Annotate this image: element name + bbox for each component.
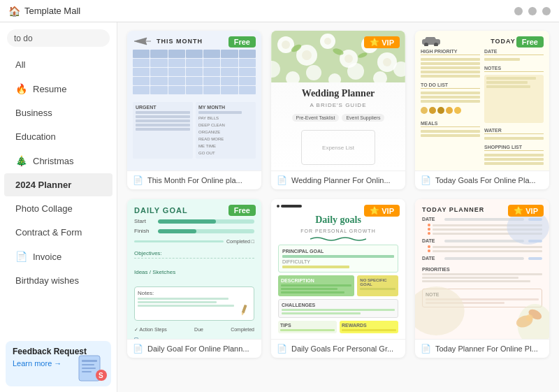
sidebar-item-label: All: [15, 59, 25, 70]
svg-rect-4: [82, 371, 92, 372]
svg-rect-2: [82, 364, 94, 365]
sidebar-item-label: Christmas: [33, 156, 74, 166]
template-card-today-goals[interactable]: Free TODAY GOALS HIGH PRIORITY: [415, 31, 549, 189]
feedback-learn-more[interactable]: Learn more →: [13, 359, 61, 368]
sidebar-item-education[interactable]: Education: [4, 125, 112, 148]
doc-icon: 📄: [133, 175, 143, 185]
doc-icon: 📄: [277, 175, 287, 185]
invoice-icon: 📄: [15, 251, 27, 262]
doc-icon: 📄: [133, 344, 143, 354]
minimize-button[interactable]: ─: [514, 7, 523, 15]
template-card-wedding[interactable]: ⭐ VIP: [271, 31, 405, 189]
app-icon: 🏠: [8, 6, 20, 17]
card-footer-daily-goal: 📄 Daily Goal For Online Plann...: [127, 339, 261, 358]
feedback-box[interactable]: Feedback Request Learn more → S: [6, 341, 111, 386]
svg-point-41: [527, 307, 544, 321]
svg-point-20: [383, 58, 391, 66]
sidebar-item-label: Resume: [33, 84, 66, 94]
doc-icon: 📄: [277, 344, 287, 354]
title-bar-left: 🏠 Template Mall: [8, 6, 80, 17]
card-title-today-planner: Today Planner For Online Pl...: [435, 344, 538, 353]
car-icon: [421, 36, 442, 46]
app-title: Template Mall: [24, 6, 80, 16]
card-footer-this-month: 📄 This Month For Online pla...: [127, 170, 261, 189]
badge-vip-planner: ⭐ VIP: [508, 205, 544, 217]
pencil-icon: [237, 303, 251, 317]
card-title-daily-goals-vip: Daily Goals For Personal Gr...: [291, 344, 393, 353]
christmas-icon: 🎄: [15, 155, 27, 166]
search-bar[interactable]: 🔍: [7, 29, 110, 47]
app-body: 🔍 All 🔥 Resume Business Education 🎄 Chri…: [0, 22, 559, 392]
svg-point-14: [324, 38, 331, 45]
badge-free-daily: Free: [228, 205, 256, 216]
svg-point-16: [344, 55, 353, 63]
sidebar-nav: All 🔥 Resume Business Education 🎄 Christ…: [0, 52, 117, 335]
sidebar-item-contract-form[interactable]: Contract & Form: [4, 221, 112, 244]
template-card-today-planner[interactable]: ⭐ VIP TODAY PLANNE: [415, 199, 549, 358]
card-title-daily-goal: Daily Goal For Online Plann...: [147, 344, 249, 353]
sidebar-item-invoice[interactable]: 📄 Invoice: [4, 245, 112, 268]
doc-icon: 📄: [421, 344, 431, 354]
svg-point-10: [282, 41, 290, 49]
fire-icon: 🔥: [15, 83, 27, 94]
badge-free-goals: Free: [516, 36, 544, 48]
search-input[interactable]: [14, 34, 119, 43]
card-thumb-today-planner: ⭐ VIP TODAY PLANNE: [415, 199, 549, 339]
card-title-today-goals: Today Goals For Online Pla...: [435, 176, 536, 184]
card-thumb-today-goals: Free TODAY GOALS HIGH PRIORITY: [415, 31, 549, 170]
template-card-daily-goals-vip[interactable]: ⭐ VIP Daily goals FOR PERSONAL GROWTH: [271, 199, 405, 358]
sidebar-item-birthday-wishes[interactable]: Birthday wishes: [4, 269, 112, 292]
svg-rect-1: [82, 360, 97, 362]
svg-point-40: [514, 313, 534, 329]
maximize-button[interactable]: □: [528, 7, 537, 15]
sidebar-item-label: Photo Collage: [15, 203, 73, 214]
close-button[interactable]: ✕: [542, 7, 551, 15]
card-thumb-wedding: ⭐ VIP: [271, 31, 405, 170]
svg-text:S: S: [99, 372, 103, 379]
doc-icon: 📄: [421, 175, 431, 185]
card-thumb-daily-goals-vip: ⭐ VIP Daily goals FOR PERSONAL GROWTH: [271, 199, 405, 339]
sidebar-item-all[interactable]: All: [4, 53, 112, 76]
badge-vip: ⭐ VIP: [364, 36, 400, 48]
feedback-illustration: S: [78, 353, 107, 384]
sidebar-item-photo-collage[interactable]: Photo Collage: [4, 197, 112, 220]
svg-marker-34: [425, 37, 436, 39]
svg-point-39: [518, 304, 549, 339]
template-card-this-month[interactable]: Free THIS MONTH: [127, 31, 261, 189]
calendar-grid: [133, 50, 256, 94]
badge-vip-daily: ⭐ VIP: [364, 205, 400, 217]
svg-point-42: [526, 314, 533, 321]
sidebar-item-label: Birthday wishes: [15, 275, 79, 286]
svg-rect-3: [82, 368, 96, 369]
sidebar-item-label: Business: [15, 108, 52, 118]
sidebar-item-label: Education: [15, 131, 56, 142]
template-grid: Free THIS MONTH: [127, 31, 549, 358]
sidebar-item-label: Invoice: [33, 252, 61, 262]
main-content: Free THIS MONTH: [117, 22, 559, 392]
wave-decoration: [310, 236, 366, 242]
svg-rect-35: [242, 305, 247, 314]
badge-free: Free: [228, 36, 256, 48]
sidebar-item-resume[interactable]: 🔥 Resume: [4, 77, 112, 101]
sidebar-item-business[interactable]: Business: [4, 101, 112, 124]
sidebar-item-2024-planner[interactable]: 2024 Planner: [4, 173, 112, 196]
card-title-wedding: Wedding Planner For Onlin...: [291, 176, 391, 184]
wedding-center: Wedding Planner A BRIDE'S GUIDE Pre-Even…: [286, 82, 391, 170]
svg-point-25: [347, 63, 364, 80]
plane-icon: [133, 36, 152, 46]
template-card-daily-goal[interactable]: Free DAILY GOAL Start Finish: [127, 199, 261, 358]
svg-point-23: [306, 65, 321, 80]
card-footer-today-goals: 📄 Today Goals For Online Pla...: [415, 170, 549, 189]
card-thumb-daily-goal: Free DAILY GOAL Start Finish: [127, 199, 261, 339]
sidebar-item-label: Contract & Form: [15, 227, 82, 238]
window-controls: ─ □ ✕: [514, 7, 551, 15]
card-thumb-this-month: Free THIS MONTH: [127, 31, 261, 170]
card-title-this-month: This Month For Online pla...: [147, 176, 242, 184]
sidebar-item-label: 2024 Planner: [15, 180, 71, 190]
sidebar: 🔍 All 🔥 Resume Business Education 🎄 Chri…: [0, 22, 117, 392]
card-footer-wedding: 📄 Wedding Planner For Onlin...: [271, 170, 405, 189]
card-footer-daily-goals-vip: 📄 Daily Goals For Personal Gr...: [271, 339, 405, 358]
title-bar: 🏠 Template Mall ─ □ ✕: [0, 0, 559, 22]
svg-point-12: [302, 50, 312, 60]
sidebar-item-christmas[interactable]: 🎄 Christmas: [4, 149, 112, 173]
